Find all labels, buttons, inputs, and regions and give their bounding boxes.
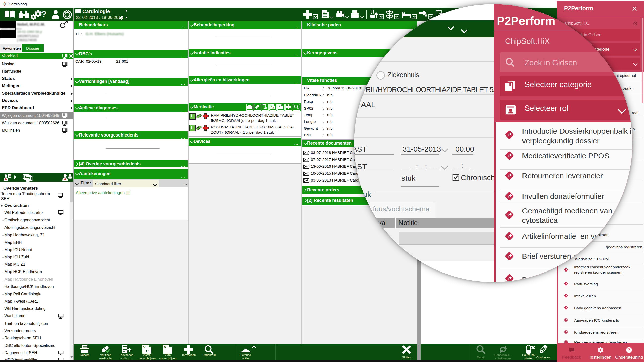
svg-text:V: V xyxy=(164,345,166,349)
svg-text:?: ? xyxy=(628,348,630,352)
svg-text:V: V xyxy=(143,345,146,349)
svg-text:V: V xyxy=(279,105,280,107)
svg-text:C: C xyxy=(146,349,149,353)
svg-text:C: C xyxy=(272,107,274,109)
